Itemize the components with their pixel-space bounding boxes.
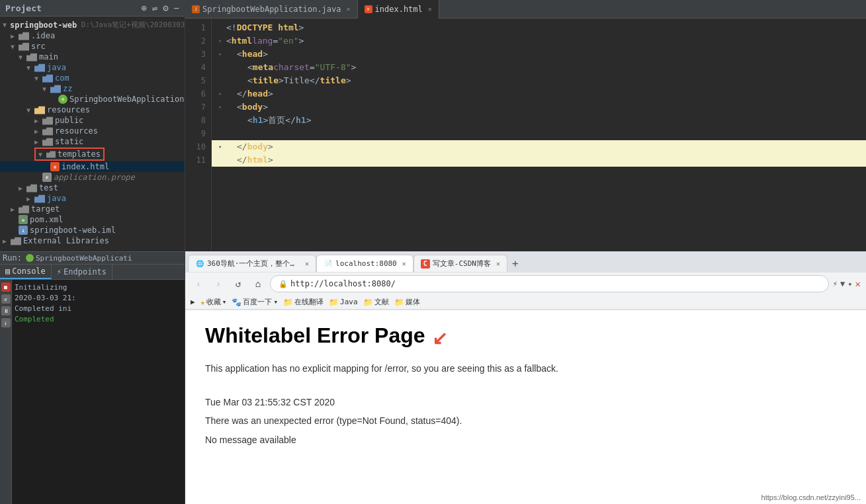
- code-text: >: [263, 48, 268, 61]
- tab-console[interactable]: ▤ Console: [0, 265, 52, 279]
- forward-button[interactable]: ›: [210, 276, 226, 292]
- tree-main[interactable]: ▼ main: [0, 52, 185, 62]
- code-line-10: ▾ </body>: [212, 140, 866, 153]
- tree-com[interactable]: ▼ com: [0, 73, 185, 83]
- code-text: >: [299, 34, 304, 48]
- bookmark-baidu[interactable]: 🐾 百度一下 ▾: [232, 297, 278, 307]
- browser-tab-csdn[interactable]: C 写文章-CSDN博客 ✕: [413, 255, 507, 272]
- line-num: 5: [185, 74, 206, 87]
- tab-springbootwebapplication[interactable]: J SpringbootWebApplication.java ✕: [185, 0, 358, 19]
- fold-arrow: ▾: [218, 101, 226, 114]
- bookmark-java[interactable]: 📁 Java: [329, 298, 358, 307]
- tree-label: test: [39, 183, 58, 192]
- code-line-5: <title>Title</title>: [218, 74, 859, 87]
- sidebar-add-icon[interactable]: ⊕: [141, 3, 146, 13]
- tab-endpoints[interactable]: ⚡ Endpoints: [52, 265, 112, 279]
- tree-arrow: ▶: [34, 138, 41, 146]
- tab-favicon-csdn: C: [421, 259, 430, 269]
- run-panel: Run: SpringbootWebApplicati ▤ Console ⚡ …: [0, 251, 185, 504]
- error-page-area: Whitelabel Error Page ↙: [205, 323, 846, 358]
- rerun-button[interactable]: ↺: [1, 294, 11, 304]
- tree-idea[interactable]: ▶ .idea: [0, 30, 185, 41]
- tab-close-icon[interactable]: ✕: [305, 260, 309, 267]
- tree-pom-xml[interactable]: m pom.xml: [0, 214, 185, 225]
- tree-arrow: ▶: [34, 117, 41, 124]
- new-tab-button[interactable]: +: [507, 255, 523, 271]
- code-line-6: ▾ </head>: [218, 87, 859, 101]
- code-text: lang: [252, 34, 273, 48]
- menu-icon[interactable]: ▼: [840, 279, 845, 288]
- tab-close-icon[interactable]: ✕: [428, 5, 432, 13]
- extensions-icon[interactable]: ⚡: [833, 279, 838, 288]
- code-line-4: <meta charset="UTF-8">: [218, 61, 859, 74]
- magic-wand-icon[interactable]: ✦: [847, 279, 852, 288]
- tree-arrow: ▼: [42, 85, 49, 93]
- tab-index-html[interactable]: H index.html ✕: [358, 0, 439, 19]
- tree-spacer: [42, 163, 49, 171]
- spring-dot-icon: [26, 254, 34, 262]
- line-num: 3: [185, 48, 206, 61]
- code-text: >: [268, 140, 273, 153]
- tree-test-java[interactable]: ▶ java: [0, 193, 185, 204]
- folder-icon: [11, 237, 21, 245]
- tree-zz[interactable]: ▼ zz: [0, 83, 185, 94]
- code-text: DOCTYPE html: [237, 21, 299, 34]
- stop-button[interactable]: ■: [1, 282, 11, 292]
- scroll-end-button[interactable]: ↓: [1, 318, 11, 327]
- code-text: html: [232, 34, 252, 48]
- browser-tab-360[interactable]: 🌐 360导航·一个主页，整个世界 ✕: [188, 255, 316, 272]
- bookmark-media[interactable]: 📁 媒体: [394, 297, 420, 307]
- line-num: 8: [185, 114, 206, 127]
- code-text: h1: [253, 114, 263, 127]
- tree-public[interactable]: ▶ public: [0, 115, 185, 126]
- sidebar-minus-icon[interactable]: −: [174, 3, 179, 13]
- tab-close-icon[interactable]: ✕: [402, 260, 406, 267]
- tree-arrow: ▼: [26, 64, 33, 71]
- sidebar-gear-icon[interactable]: ⚙: [163, 3, 168, 13]
- tree-index-html[interactable]: H index.html: [0, 161, 185, 172]
- tree-spring-app[interactable]: ✿ SpringbootWebApplication: [0, 94, 185, 105]
- code-line-9: [218, 127, 859, 140]
- tab-close-icon[interactable]: ✕: [496, 260, 500, 267]
- code-content[interactable]: <!DOCTYPE html> ▾ <html lang="en"> ▾ <he…: [212, 19, 866, 251]
- home-button[interactable]: ⌂: [250, 276, 266, 292]
- bookmark-docs[interactable]: 📁 文献: [363, 297, 389, 307]
- tree-label: com: [55, 73, 69, 83]
- tree-resources-main[interactable]: ▼ resources: [0, 105, 185, 115]
- tree-target[interactable]: ▶ target: [0, 204, 185, 214]
- run-bar: Run: SpringbootWebApplicati: [0, 251, 185, 265]
- browser-tab-localhost[interactable]: 📄 localhost:8080 ✕: [316, 255, 413, 272]
- folder-icon: [34, 106, 45, 114]
- tree-java-folder[interactable]: ▼ java: [0, 62, 185, 73]
- tree-external-libs[interactable]: ▶ External Libraries: [0, 235, 185, 246]
- tree-src[interactable]: ▼ src: [0, 41, 185, 52]
- tree-test[interactable]: ▶ test: [0, 183, 185, 193]
- tree-root[interactable]: ▼ springboot-web D:\Java笔记+视频\20200303-S…: [0, 19, 185, 30]
- html-icon: H: [50, 162, 60, 171]
- folder-icon: [42, 116, 53, 125]
- code-text: <: [247, 114, 253, 127]
- browser-toolbar: ‹ › ↺ ⌂ 🔒 http://localhost:8080/ ⚡ ▼ ✦ ✕: [185, 273, 866, 295]
- console-tab-icon: ▤: [5, 267, 10, 276]
- reload-button[interactable]: ↺: [230, 276, 246, 292]
- tree-label: static: [55, 137, 83, 146]
- sidebar-sync-icon[interactable]: ⇌: [152, 3, 157, 13]
- tree-arrow: ▶: [11, 32, 17, 40]
- tree-label: SpringbootWebApplication: [69, 95, 184, 104]
- tree-iml[interactable]: i springboot-web.iml: [0, 225, 185, 235]
- tree-static[interactable]: ▶ static: [0, 136, 185, 147]
- bookmark-translate[interactable]: 📁 在线翻译: [283, 297, 324, 307]
- bookmarks-chevron[interactable]: ▶: [191, 298, 195, 306]
- tree-templates-row[interactable]: ▼ templates: [0, 147, 185, 161]
- tree-application-props[interactable]: P application.prope: [0, 172, 185, 183]
- address-bar[interactable]: 🔒 http://localhost:8080/: [270, 275, 829, 292]
- back-button[interactable]: ‹: [191, 276, 206, 292]
- tree-label: target: [31, 204, 60, 214]
- close-x-icon[interactable]: ✕: [855, 278, 861, 289]
- pause-button[interactable]: ⏸: [1, 306, 11, 315]
- tab-close-icon[interactable]: ✕: [347, 5, 351, 13]
- tree-resources-sub[interactable]: ▶ resources: [0, 126, 185, 136]
- code-text: <: [226, 34, 232, 48]
- bookmark-favorites[interactable]: ★ 收藏 ▾: [200, 297, 227, 307]
- tree-root-label: springboot-web: [10, 21, 77, 30]
